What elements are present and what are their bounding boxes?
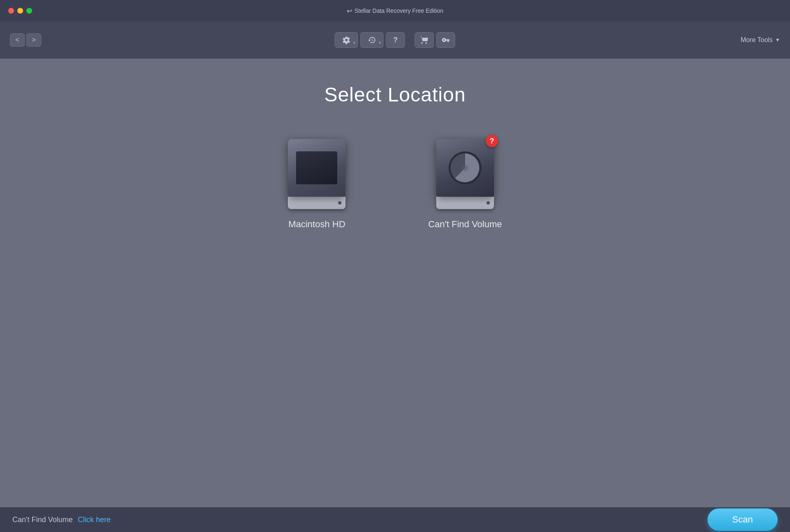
key-icon: [442, 36, 450, 44]
cart-button[interactable]: [415, 32, 434, 48]
history-dropdown-arrow: ▼: [378, 41, 382, 45]
gear-icon: [342, 36, 350, 44]
toolbar-center-actions: ▼ ▼ ?: [335, 32, 455, 48]
drive-macintosh-hd[interactable]: Macintosh HD: [288, 139, 346, 230]
back-button[interactable]: <: [10, 33, 25, 47]
bottom-bar: Can't Find Volume Click here Scan: [0, 507, 790, 532]
app-title: ↩ Stellar Data Recovery Free Edition: [347, 7, 444, 15]
key-button[interactable]: [436, 32, 455, 48]
main-content: Select Location Macintosh HD ?: [0, 59, 790, 507]
drive-dot-unknown: [487, 201, 490, 205]
nav-buttons: < >: [10, 33, 41, 47]
maximize-button[interactable]: [26, 8, 32, 14]
history-button[interactable]: ▼: [360, 32, 383, 48]
page-title: Select Location: [324, 83, 466, 106]
titlebar: ↩ Stellar Data Recovery Free Edition: [0, 0, 790, 21]
drive-screen: [296, 151, 337, 184]
svg-point-1: [462, 165, 468, 171]
close-button[interactable]: [8, 8, 14, 14]
more-tools-dropdown-arrow: ▼: [775, 37, 780, 43]
drive-cant-find-volume-icon: ?: [436, 139, 494, 209]
help-button[interactable]: ?: [386, 32, 405, 48]
drive-body: [288, 139, 346, 197]
history-icon: [368, 36, 376, 44]
forward-button[interactable]: >: [26, 33, 41, 47]
cart-icon: [420, 35, 429, 45]
click-here-link[interactable]: Click here: [78, 516, 111, 524]
drive-body-unknown: [436, 139, 494, 197]
drives-container: Macintosh HD ?: [288, 139, 502, 230]
drive-base: [288, 197, 346, 209]
drive-dot: [338, 201, 341, 205]
drive-macintosh-hd-label: Macintosh HD: [288, 219, 345, 230]
undo-icon: ↩: [347, 7, 352, 15]
more-tools-button[interactable]: More Tools ▼: [741, 36, 780, 44]
drive-base-unknown: [436, 197, 494, 209]
window-controls: [8, 8, 32, 14]
drive-cant-find-volume[interactable]: ?: [428, 139, 502, 230]
pie-chart-icon: [447, 149, 484, 186]
drive-macintosh-hd-icon: [288, 139, 346, 209]
toolbar: < > ▼ ▼ ?: [0, 21, 790, 59]
scan-button[interactable]: Scan: [708, 508, 778, 531]
settings-button[interactable]: ▼: [335, 32, 358, 48]
status-label: Can't Find Volume: [12, 516, 73, 524]
bottom-status: Can't Find Volume Click here: [12, 516, 111, 524]
gear-dropdown-arrow: ▼: [353, 41, 356, 45]
minimize-button[interactable]: [17, 8, 23, 14]
drive-cant-find-volume-label: Can't Find Volume: [428, 219, 502, 230]
question-badge: ?: [486, 135, 498, 147]
